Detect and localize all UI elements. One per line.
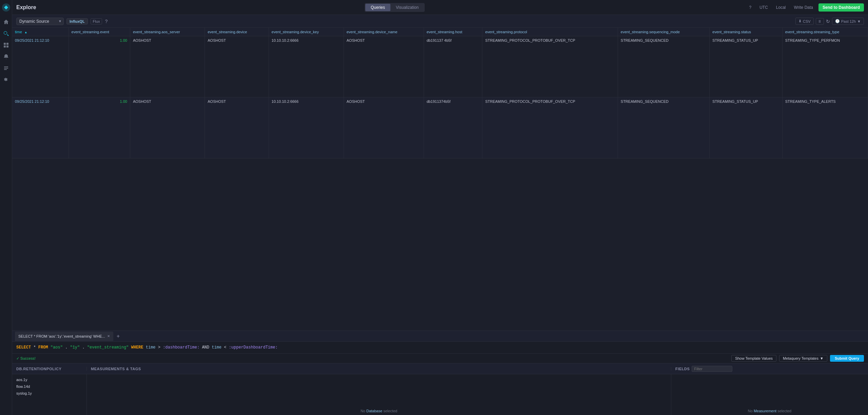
write-data-button[interactable]: Write Data [791, 4, 816, 11]
schema-fields-column: No Measurement selected [671, 374, 868, 415]
send-to-dashboard-button[interactable]: Send to Dashboard [818, 3, 864, 12]
download-icon: ⬇ [798, 19, 802, 23]
col-device-key[interactable]: event_streaming.device_key [269, 28, 344, 36]
cell-protocol-1: STREAMING_PROTOCOL_PROTOBUF_OVER_TCP [482, 36, 618, 97]
sidebar-item-home[interactable] [1, 17, 11, 27]
flux-button[interactable]: Flux [91, 18, 102, 24]
query-keyword-select: SELECT [16, 345, 31, 350]
table-row: 09/25/2021 21:12:10 1.00 AOSHOST AOSHOST… [12, 97, 868, 158]
col-device[interactable]: event_streaming.device [205, 28, 269, 36]
schema-db-item-flow[interactable]: flow.14d [12, 383, 86, 390]
tab-queries[interactable]: Queries [365, 4, 390, 11]
cell-status-2: STREAMING_STATUS_UP [710, 97, 782, 158]
source-select-wrapper: Dynamic Source ▼ [16, 18, 64, 25]
schema-meas-column: No Database selected [87, 374, 671, 415]
help-button[interactable]: ? [746, 4, 754, 11]
sort-arrow-icon: ▲ [24, 31, 27, 34]
cell-host-2: db1911374b5f [424, 97, 482, 158]
tab-visualization[interactable]: Visualization [390, 4, 424, 11]
cell-status-1: STREAMING_STATUS_UP [710, 36, 782, 97]
table-header: time ▲ event_streaming.event event_strea… [12, 28, 868, 36]
col-host[interactable]: event_streaming.host [424, 28, 482, 36]
help-icon[interactable]: ? [105, 19, 108, 24]
svg-rect-3 [4, 45, 6, 48]
schema-db-header: DB.RetentionPolicy [12, 367, 87, 371]
no-db-selected-message: No Database selected [361, 409, 397, 413]
sidebar-item-explore[interactable] [1, 29, 11, 38]
query-template-lower: :dashboardTime: [163, 345, 199, 350]
col-aos-server[interactable]: event_streaming.aos_server [130, 28, 205, 36]
col-event[interactable]: event_streaming.event [69, 28, 130, 36]
query-keyword-where: WHERE [131, 345, 143, 350]
schema-db-item-syslog[interactable]: syslog.1y [12, 390, 86, 397]
csv-button[interactable]: ⬇ CSV [795, 18, 814, 25]
utc-button[interactable]: UTC [757, 4, 771, 11]
col-status[interactable]: event_streaming.status [710, 28, 782, 36]
query-panel: SELECT * FROM 'aos'.'1y'.'event_streamin… [12, 331, 868, 415]
subtoolbar: Dynamic Source ▼ InfluxQL Flux ? ⬇ CSV I… [12, 15, 868, 28]
col-device-name[interactable]: event_streaming.device_name [344, 28, 424, 36]
schema-db-item-aos[interactable]: aos.1y [12, 376, 86, 383]
topbar: Explore Queries Visualization ? UTC Loca… [12, 0, 868, 15]
no-measurement-selected-message: No Measurement selected [748, 409, 791, 413]
cell-seq-mode-1: STREAMING_SEQUENCED [618, 36, 709, 97]
cell-device-name-2: AOSHOST [344, 97, 424, 158]
sidebar-item-alerts[interactable] [1, 52, 11, 61]
show-template-values-button[interactable]: Show Template Values [731, 355, 776, 362]
query-op1: > [158, 345, 163, 350]
topbar-right: ? UTC Local Write Data Send to Dashboard [746, 3, 864, 12]
sidebar-item-settings[interactable] [1, 75, 11, 84]
schema-db-column: aos.1y flow.14d syslog.1y [12, 374, 87, 415]
query-time-field2: time [212, 345, 221, 350]
data-table: time ▲ event_streaming.event event_strea… [12, 28, 868, 158]
col-sequencing-mode[interactable]: event_streaming.sequencing_mode [618, 28, 709, 36]
query-dot1: . [65, 345, 67, 350]
query-status-right: Show Template Values Metaquery Templates… [731, 355, 864, 362]
cell-time-1: 09/25/2021 21:12:10 [12, 36, 69, 97]
schema-panel: DB.RetentionPolicy Measurements & Tags F… [12, 363, 868, 415]
svg-rect-4 [6, 45, 8, 48]
page-title: Explore [16, 4, 36, 11]
svg-rect-2 [6, 43, 8, 45]
query-rp: "1y" [70, 345, 80, 350]
clock-icon: 🕐 [835, 19, 840, 23]
query-tab-close-icon[interactable]: ✕ [107, 334, 110, 338]
col-protocol[interactable]: event_streaming.protocol [482, 28, 618, 36]
add-query-button[interactable]: + [115, 333, 122, 339]
local-button[interactable]: Local [773, 4, 789, 11]
cell-streaming-type-2: STREAMING_TYPE_ALERTS [782, 97, 868, 158]
subtoolbar-right: ⬇ CSV II ↻ 🕐 Past 12h ▼ [795, 18, 864, 25]
view-tab-group: Queries Visualization [365, 3, 425, 12]
success-indicator: ✓ Success! [16, 356, 36, 361]
query-time-field: time [146, 345, 156, 350]
cell-device-name-1: AOSHOST [344, 36, 424, 97]
query-tab-1[interactable]: SELECT * FROM 'aos'.'1y'.'event_streamin… [15, 332, 113, 341]
time-range-button[interactable]: 🕐 Past 12h ▼ [832, 18, 864, 25]
query-dot2: . [82, 345, 84, 350]
cell-device-key-2: 10.10.10.2:6666 [269, 97, 344, 158]
col-streaming-type[interactable]: event_streaming.streaming_type [782, 28, 868, 36]
fields-filter-input[interactable] [692, 366, 732, 372]
query-meas: "event_streaming" [87, 345, 129, 350]
table-row: 09/25/2021 21:12:10 1.00 AOSHOST AOSHOST… [12, 36, 868, 97]
schema-fields-header: Fields [671, 366, 868, 372]
source-select[interactable]: Dynamic Source [16, 18, 64, 25]
refresh-button[interactable]: ↻ [826, 19, 830, 24]
schema-header-row: DB.RetentionPolicy Measurements & Tags F… [12, 363, 868, 374]
query-editor[interactable]: SELECT * FROM "aos" . "1y" . "event_stre… [12, 342, 868, 353]
cell-event-1: 1.00 [69, 36, 130, 97]
submit-query-button[interactable]: Submit Query [830, 355, 864, 362]
query-status-bar: ✓ Success! Show Template Values Metaquer… [12, 353, 868, 363]
svg-rect-1 [4, 43, 6, 45]
sidebar-item-dashboards[interactable] [1, 40, 11, 50]
query-db: "aos" [51, 345, 63, 350]
cell-device-1: AOSHOST [205, 36, 269, 97]
sidebar [0, 0, 12, 415]
sidebar-item-tasks[interactable] [1, 63, 11, 73]
pause-button[interactable]: II [816, 18, 824, 25]
table-header-row: time ▲ event_streaming.event event_strea… [12, 28, 868, 36]
metaquery-templates-button[interactable]: Metaquery Templates ▼ [779, 355, 827, 362]
col-time[interactable]: time ▲ [12, 28, 69, 36]
app-logo[interactable] [1, 3, 11, 12]
cell-event-2: 1.00 [69, 97, 130, 158]
